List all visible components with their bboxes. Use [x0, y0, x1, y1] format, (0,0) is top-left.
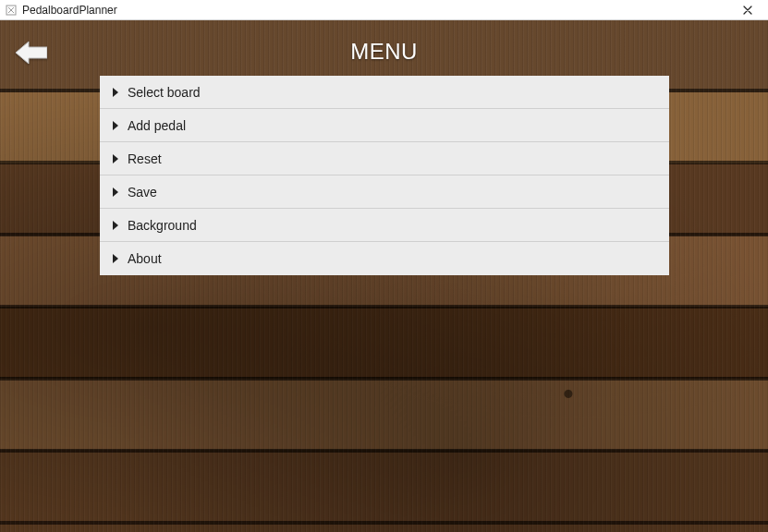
chevron-right-icon	[109, 121, 122, 130]
window-title: PedalboardPlanner	[22, 4, 117, 17]
chevron-right-icon	[109, 221, 122, 230]
close-icon	[743, 6, 752, 15]
menu-item-select-board[interactable]: Select board	[100, 76, 669, 109]
menu-item-label: Background	[128, 218, 197, 233]
menu-item-label: Select board	[128, 85, 201, 100]
menu-item-about[interactable]: About	[100, 242, 669, 275]
chevron-right-icon	[109, 187, 122, 197]
menu-item-save[interactable]: Save	[100, 175, 669, 209]
menu-heading: MENU	[0, 39, 768, 65]
app-icon	[4, 3, 18, 18]
window-titlebar: PedalboardPlanner	[0, 0, 768, 20]
menu-item-label: Add pedal	[128, 118, 186, 133]
menu-item-label: Reset	[128, 151, 162, 166]
menu-item-reset[interactable]: Reset	[100, 142, 669, 175]
client-area: MENU Select board Add pedal Reset Save B…	[0, 20, 768, 532]
chevron-right-icon	[109, 154, 122, 163]
menu-item-add-pedal[interactable]: Add pedal	[100, 109, 669, 142]
menu-item-background[interactable]: Background	[100, 209, 669, 242]
menu-item-label: Save	[128, 185, 157, 200]
chevron-right-icon	[109, 254, 122, 263]
menu-item-label: About	[128, 251, 162, 266]
menu-panel: Select board Add pedal Reset Save Backgr…	[100, 76, 669, 275]
chevron-right-icon	[109, 88, 122, 97]
window-close-button[interactable]	[727, 0, 768, 20]
